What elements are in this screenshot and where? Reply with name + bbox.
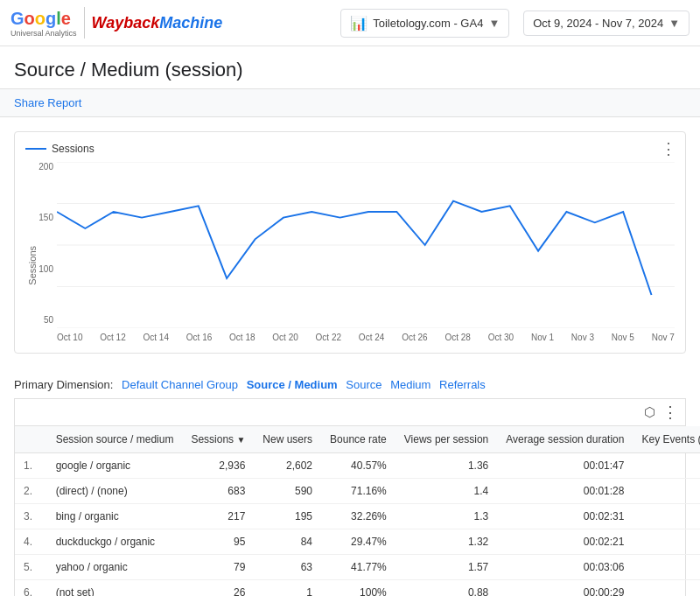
cell-avg-duration: 00:01:28	[497, 479, 633, 504]
x-label-nov5: Nov 5	[612, 333, 634, 342]
x-label-oct10: Oct 10	[57, 333, 82, 342]
cell-new-users: 590	[254, 479, 321, 504]
header: Google Universal Analytics WaybackMachin…	[0, 0, 700, 46]
ua-label: Universal Analytics	[10, 29, 77, 38]
x-label-oct18: Oct 18	[229, 333, 255, 342]
cell-avg-duration: 00:03:06	[497, 555, 633, 580]
row-num: 1.	[15, 453, 47, 479]
cell-key-events: 0	[633, 453, 700, 479]
header-divider	[84, 7, 85, 39]
y-axis-150: 150	[38, 213, 53, 222]
col-views-per-session[interactable]: Views per session	[396, 426, 498, 453]
share-bar: Share Report	[0, 88, 700, 117]
chart-svg	[57, 162, 675, 328]
cell-sessions: 683	[182, 479, 254, 504]
cell-bounce-rate: 32.26%	[321, 504, 396, 529]
row-num: 2.	[15, 479, 47, 504]
cell-new-users: 1	[254, 580, 321, 597]
col-num	[15, 426, 47, 453]
share-report-button[interactable]: Share Report	[14, 95, 81, 111]
legend-line	[25, 148, 46, 150]
table-more-icon[interactable]: ⋮	[662, 403, 678, 422]
col-sessions[interactable]: Sessions ▼	[182, 426, 254, 453]
page-title-area: Source / Medium (session)	[0, 46, 700, 88]
x-label-oct30: Oct 30	[488, 333, 514, 342]
date-range-text: Oct 9, 2024 - Nov 7, 2024	[533, 17, 663, 30]
col-bounce-rate[interactable]: Bounce rate	[321, 426, 396, 453]
data-table: Session source / medium Sessions ▼ New u…	[15, 426, 700, 596]
col-avg-duration[interactable]: Average session duration	[497, 426, 633, 453]
cell-views-per-session: 0.88	[396, 580, 498, 597]
y-axis-200: 200	[38, 162, 53, 172]
date-dropdown-arrow: ▼	[668, 17, 680, 30]
cell-source: bing / organic	[47, 504, 183, 529]
cell-avg-duration: 00:02:21	[497, 529, 633, 555]
x-label-nov1: Nov 1	[531, 333, 554, 342]
chart-section: ⋮ Sessions 200 150 100 50 Sessions	[14, 131, 686, 354]
x-label-nov3: Nov 3	[571, 333, 594, 342]
dim-source-medium[interactable]: Source / Medium	[247, 378, 338, 391]
row-num: 3.	[15, 504, 47, 529]
x-label-oct14: Oct 14	[144, 333, 169, 342]
table-export-icon[interactable]: ⬡	[644, 404, 655, 420]
chart-legend: Sessions	[25, 143, 675, 155]
dim-medium[interactable]: Medium	[390, 378, 430, 391]
cell-bounce-rate: 29.47%	[321, 529, 396, 555]
data-table-section: ⬡ ⋮ Session source / medium Sessions ▼ N…	[14, 398, 686, 596]
cell-views-per-session: 1.36	[396, 453, 498, 479]
dim-default-channel[interactable]: Default Channel Group	[122, 378, 238, 391]
cell-views-per-session: 1.3	[396, 504, 498, 529]
cell-source: (direct) / (none)	[47, 479, 183, 504]
cell-sessions: 95	[182, 529, 254, 555]
dim-referrals[interactable]: Referrals	[439, 378, 486, 391]
primary-dimension-row: Primary Dimension: Default Channel Group…	[0, 368, 700, 395]
x-label-oct28: Oct 28	[444, 333, 470, 342]
page-title: Source / Medium (session)	[14, 59, 686, 81]
x-label-nov7: Nov 7	[652, 333, 675, 342]
wayback-logo: WaybackMachine	[92, 14, 223, 32]
table-row: 3. bing / organic 217 195 32.26% 1.3 00:…	[15, 504, 700, 529]
cell-avg-duration: 00:01:47	[497, 453, 633, 479]
property-selector[interactable]: 📊 Toiletology.com - GA4 ▼	[340, 9, 509, 38]
cell-bounce-rate: 71.16%	[321, 479, 396, 504]
y-axis-100: 100	[38, 264, 53, 274]
cell-sessions: 26	[182, 580, 254, 597]
cell-source: google / organic	[47, 453, 183, 479]
cell-avg-duration: 00:00:29	[497, 580, 633, 597]
dim-source[interactable]: Source	[346, 378, 382, 391]
cell-new-users: 63	[254, 555, 321, 580]
cell-new-users: 195	[254, 504, 321, 529]
cell-sessions: 217	[182, 504, 254, 529]
x-label-oct12: Oct 12	[100, 333, 125, 342]
x-label-oct16: Oct 16	[186, 333, 212, 342]
cell-key-events: 0	[633, 529, 700, 555]
y-axis-50: 50	[44, 315, 53, 325]
cell-key-events: 0	[633, 504, 700, 529]
cell-views-per-session: 1.4	[396, 479, 498, 504]
date-range-selector[interactable]: Oct 9, 2024 - Nov 7, 2024 ▼	[523, 11, 690, 36]
logo-area: Google Universal Analytics WaybackMachin…	[10, 7, 222, 39]
table-row: 4. duckduckgo / organic 95 84 29.47% 1.3…	[15, 529, 700, 555]
cell-source: (not set)	[47, 580, 183, 597]
google-logo: Google Universal Analytics	[10, 9, 77, 38]
col-source[interactable]: Session source / medium	[47, 426, 183, 453]
cell-views-per-session: 1.32	[396, 529, 498, 555]
table-row: 6. (not set) 26 1 100% 0.88 00:00:29 0 0…	[15, 580, 700, 597]
cell-sessions: 79	[182, 555, 254, 580]
x-label-oct26: Oct 26	[402, 333, 427, 342]
cell-source: duckduckgo / organic	[47, 529, 183, 555]
col-new-users[interactable]: New users	[254, 426, 321, 453]
cell-avg-duration: 00:02:31	[497, 504, 633, 529]
x-label-oct22: Oct 22	[316, 333, 341, 342]
cell-key-events: 0	[633, 580, 700, 597]
x-label-oct20: Oct 20	[272, 333, 298, 342]
sessions-line	[57, 201, 652, 295]
cell-views-per-session: 1.57	[396, 555, 498, 580]
property-dropdown-arrow: ▼	[488, 17, 500, 30]
cell-bounce-rate: 40.57%	[321, 453, 396, 479]
chart-menu-icon[interactable]: ⋮	[661, 139, 676, 158]
cell-new-users: 2,602	[254, 453, 321, 479]
col-key-events[interactable]: Key Events (goals)	[633, 426, 700, 453]
cell-key-events: 0	[633, 479, 700, 504]
table-row: 1. google / organic 2,936 2,602 40.57% 1…	[15, 453, 700, 479]
